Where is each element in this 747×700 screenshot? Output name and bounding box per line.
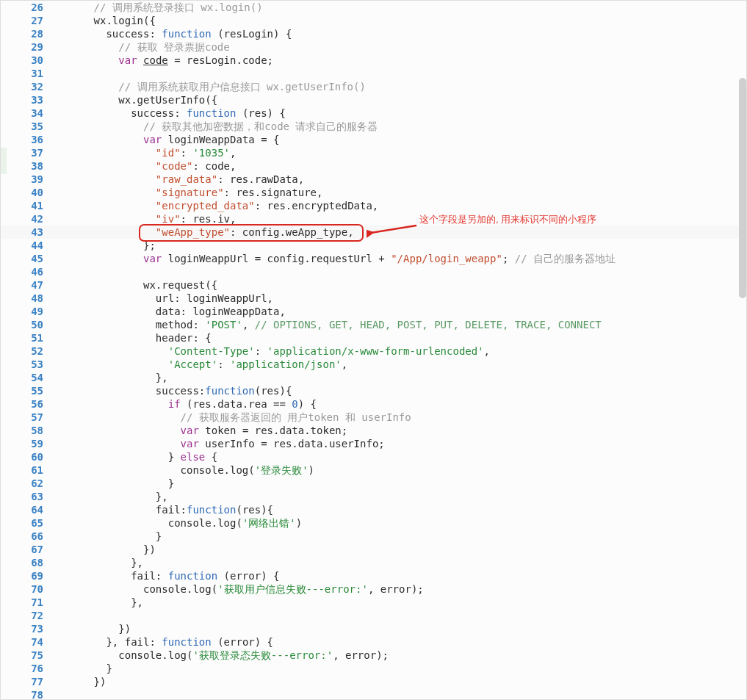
- code-line[interactable]: 77 }): [1, 675, 746, 688]
- line-source[interactable]: success: function (res) {: [57, 107, 286, 120]
- code-line[interactable]: 67 }): [1, 543, 746, 556]
- line-source[interactable]: "code": code,: [57, 159, 236, 173]
- line-source[interactable]: "raw_data": res.rawData,: [57, 173, 304, 186]
- code-line[interactable]: 46: [1, 265, 746, 278]
- code-line[interactable]: 72: [1, 609, 746, 622]
- code-line[interactable]: 73 }): [1, 622, 746, 635]
- line-source[interactable]: console.log('获取登录态失败---error:', error);: [57, 649, 389, 662]
- code-line[interactable]: 48 url: loginWeappUrl,: [1, 292, 746, 305]
- line-source[interactable]: };: [57, 239, 156, 252]
- line-source[interactable]: }, fail: function (error) {: [57, 635, 273, 649]
- code-line[interactable]: 57 // 获取服务器返回的 用户token 和 userInfo: [1, 411, 746, 424]
- line-source[interactable]: var token = res.data.token;: [57, 424, 347, 437]
- line-source[interactable]: }: [57, 662, 112, 675]
- code-line[interactable]: 44 };: [1, 239, 746, 252]
- line-source[interactable]: success: function (resLogin) {: [57, 27, 292, 40]
- code-line[interactable]: 50 method: 'POST', // OPTIONS, GET, HEAD…: [1, 318, 746, 331]
- line-source[interactable]: 'Accept': 'application/json',: [57, 358, 347, 371]
- code-line[interactable]: 33 wx.getUserInfo({: [1, 93, 746, 107]
- line-source[interactable]: // 调用系统获取用户信息接口 wx.getUserInfo(): [57, 80, 366, 93]
- line-source[interactable]: var loginWeappUrl = config.requestUrl + …: [57, 252, 616, 265]
- code-line[interactable]: 70 console.log('获取用户信息失败---error:', erro…: [1, 582, 746, 596]
- line-source[interactable]: 'Content-Type': 'application/x-www-form-…: [57, 344, 490, 358]
- code-line[interactable]: 58 var token = res.data.token;: [1, 424, 746, 437]
- line-source[interactable]: var loginWeappData = {: [57, 133, 279, 146]
- code-line[interactable]: 26 // 调用系统登录接口 wx.login(): [1, 1, 746, 14]
- code-line[interactable]: 60 } else {: [1, 450, 746, 463]
- line-source[interactable]: } else {: [57, 450, 217, 463]
- line-source[interactable]: }): [57, 675, 106, 688]
- scrollbar-vertical[interactable]: [739, 78, 746, 298]
- code-line[interactable]: 76 }: [1, 662, 746, 675]
- line-source[interactable]: data: loginWeappData,: [57, 305, 286, 318]
- line-source[interactable]: wx.request({: [57, 278, 217, 292]
- line-source[interactable]: }: [57, 477, 174, 490]
- code-line[interactable]: 78: [1, 688, 746, 700]
- code-line[interactable]: 52 'Content-Type': 'application/x-www-fo…: [1, 344, 746, 358]
- line-source[interactable]: // 获取 登录票据code: [57, 40, 230, 54]
- line-source[interactable]: url: loginWeappUrl,: [57, 292, 273, 305]
- line-source[interactable]: fail:function(res){: [57, 503, 273, 516]
- code-line[interactable]: 49 data: loginWeappData,: [1, 305, 746, 318]
- code-line[interactable]: 40 "signature": res.signature,: [1, 186, 746, 199]
- code-line[interactable]: 59 var userInfo = res.data.userInfo;: [1, 437, 746, 450]
- code-line[interactable]: 71 },: [1, 596, 746, 609]
- code-line[interactable]: 39 "raw_data": res.rawData,: [1, 173, 746, 186]
- line-source[interactable]: },: [57, 490, 168, 503]
- line-source[interactable]: success:function(res){: [57, 384, 292, 397]
- line-source[interactable]: if (res.data.rea == 0) {: [57, 397, 317, 411]
- code-line[interactable]: 69 fail: function (error) {: [1, 569, 746, 582]
- code-line[interactable]: 66 }: [1, 530, 746, 543]
- line-source[interactable]: "encrypted_data": res.encryptedData,: [57, 199, 378, 212]
- line-source[interactable]: // 获取服务器返回的 用户token 和 userInfo: [57, 411, 411, 424]
- line-source[interactable]: // 调用系统登录接口 wx.login(): [57, 1, 263, 14]
- code-line[interactable]: 68 },: [1, 556, 746, 569]
- line-source[interactable]: var code = resLogin.code;: [57, 54, 273, 67]
- line-source[interactable]: },: [57, 596, 143, 609]
- line-source[interactable]: },: [57, 371, 168, 384]
- line-source[interactable]: },: [57, 556, 143, 569]
- code-line[interactable]: 64 fail:function(res){: [1, 503, 746, 516]
- line-source[interactable]: fail: function (error) {: [57, 569, 279, 582]
- code-line[interactable]: 34 success: function (res) {: [1, 107, 746, 120]
- line-source[interactable]: }): [57, 622, 131, 635]
- line-source[interactable]: }): [57, 543, 156, 556]
- code-line[interactable]: 31: [1, 67, 746, 80]
- code-line[interactable]: 53 'Accept': 'application/json',: [1, 358, 746, 371]
- line-source[interactable]: console.log('网络出错'): [57, 516, 302, 530]
- code-line[interactable]: 45 var loginWeappUrl = config.requestUrl…: [1, 252, 746, 265]
- line-source[interactable]: }: [57, 530, 162, 543]
- code-line[interactable]: 55 success:function(res){: [1, 384, 746, 397]
- scrollbar-thumb[interactable]: [739, 78, 746, 298]
- line-source[interactable]: "signature": res.signature,: [57, 186, 322, 199]
- code-line[interactable]: 54 },: [1, 371, 746, 384]
- code-line[interactable]: 41 "encrypted_data": res.encryptedData,: [1, 199, 746, 212]
- code-line[interactable]: 63 },: [1, 490, 746, 503]
- line-source[interactable]: "id": '1035',: [57, 146, 236, 159]
- code-line[interactable]: 30 var code = resLogin.code;: [1, 54, 746, 67]
- line-source[interactable]: method: 'POST', // OPTIONS, GET, HEAD, P…: [57, 318, 602, 331]
- code-line[interactable]: 43 "weApp_type": config.weApp_type,: [1, 225, 746, 239]
- line-source[interactable]: "iv": res.iv,: [57, 212, 236, 225]
- code-line[interactable]: 29 // 获取 登录票据code: [1, 40, 746, 54]
- line-source[interactable]: console.log('登录失败'): [57, 463, 314, 477]
- code-line[interactable]: 36 var loginWeappData = {: [1, 133, 746, 146]
- code-line[interactable]: 74 }, fail: function (error) {: [1, 635, 746, 649]
- line-source[interactable]: "weApp_type": config.weApp_type,: [57, 225, 354, 239]
- code-line[interactable]: 27 wx.login({: [1, 14, 746, 27]
- line-source[interactable]: wx.login({: [57, 14, 156, 27]
- line-source[interactable]: // 获取其他加密数据，和code 请求自己的服务器: [57, 120, 378, 133]
- code-area[interactable]: 26 // 调用系统登录接口 wx.login()27 wx.login({28…: [1, 1, 746, 700]
- code-line[interactable]: 65 console.log('网络出错'): [1, 516, 746, 530]
- code-line[interactable]: 35 // 获取其他加密数据，和code 请求自己的服务器: [1, 120, 746, 133]
- code-line[interactable]: 37 "id": '1035',: [1, 146, 746, 159]
- code-line[interactable]: 56 if (res.data.rea == 0) {: [1, 397, 746, 411]
- line-source[interactable]: wx.getUserInfo({: [57, 93, 217, 107]
- code-line[interactable]: 28 success: function (resLogin) {: [1, 27, 746, 40]
- code-line[interactable]: 62 }: [1, 477, 746, 490]
- code-line[interactable]: 61 console.log('登录失败'): [1, 463, 746, 477]
- code-line[interactable]: 47 wx.request({: [1, 278, 746, 292]
- code-line[interactable]: 42 "iv": res.iv,: [1, 212, 746, 225]
- line-source[interactable]: header: {: [57, 331, 212, 344]
- line-source[interactable]: console.log('获取用户信息失败---error:', error);: [57, 582, 424, 596]
